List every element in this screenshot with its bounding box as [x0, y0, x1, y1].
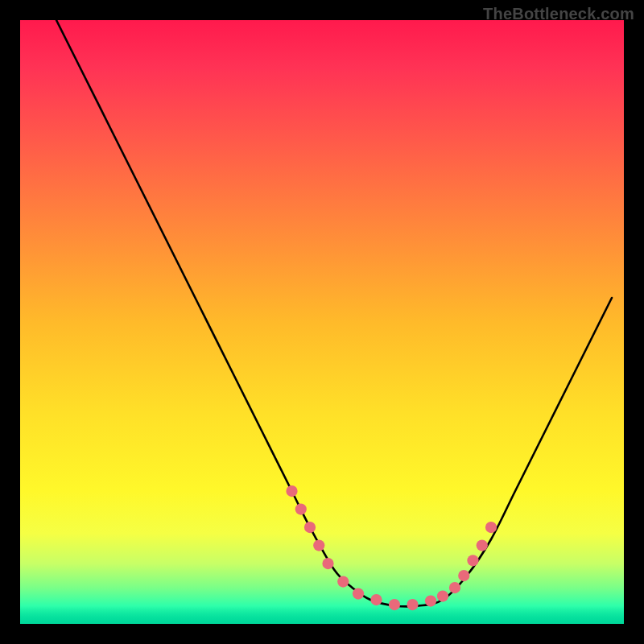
gradient-plot-area [20, 20, 624, 624]
watermark-text: TheBottleneck.com [483, 5, 634, 23]
chart-frame: TheBottleneck.com [0, 0, 644, 644]
